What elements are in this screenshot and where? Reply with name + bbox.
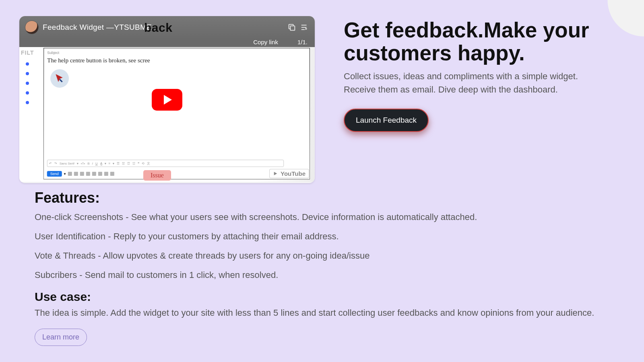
compose-toolbar: ↶↷Sans Serif▾•T•BIUA̲▾≡▾☰☱☲☳❝⟲文: [47, 160, 284, 167]
usecase-heading: Use case:: [35, 290, 609, 304]
subject-label: Subject: [47, 51, 306, 55]
play-button-icon[interactable]: [152, 89, 182, 111]
video-thumbnail[interactable]: Feedback Widget —YTSUBME back Copy link …: [19, 16, 315, 183]
copy-link-label: Copy link: [253, 39, 278, 45]
launch-feedback-button[interactable]: Launch Feedback: [344, 109, 429, 132]
bullet-icon: [26, 72, 29, 75]
copy-icon: [287, 23, 296, 32]
svg-rect-0: [290, 26, 295, 30]
youtube-label: YouTube: [281, 170, 305, 177]
hero-description: Collect issues, ideas and compliments wi…: [344, 70, 609, 96]
compose-message: The help centre button is broken, see sc…: [47, 57, 306, 64]
lower-section: Features: One-click Screenshots - See wh…: [0, 183, 644, 346]
compose-panel: Subject The help centre button is broken…: [43, 48, 310, 179]
features-heading: Features:: [35, 189, 609, 206]
issue-chip: Issue: [143, 170, 171, 181]
hero-title: Get feedback.Make your customers happy.: [344, 19, 609, 64]
video-subheader: Copy link 1/1.: [19, 39, 315, 47]
video-body: FILT Subject The help centre button is b…: [19, 47, 315, 182]
pager-label: 1/1.: [297, 39, 308, 45]
filter-label: FILT: [21, 49, 42, 56]
compose-send-row: Send ▾: [47, 171, 307, 177]
cursor-icon: [50, 69, 69, 88]
youtube-badge: YouTube: [269, 169, 309, 178]
corner-decoration: [596, 0, 644, 48]
overlay-title: back: [144, 21, 172, 35]
svg-rect-2: [301, 27, 307, 28]
feature-item: One-click Screenshots - See what your us…: [35, 212, 609, 222]
playlist-icon: [300, 23, 309, 32]
bullet-icon: [26, 62, 29, 66]
feature-item: User Identification - Reply to your cust…: [35, 231, 609, 242]
bullet-icon: [26, 101, 29, 104]
feature-item: Vote & Threads - Allow upvotes & create …: [35, 251, 609, 261]
feature-item: Subcribers - Send mail to customers in 1…: [35, 270, 609, 280]
bullet-icon: [26, 82, 29, 85]
channel-avatar: [25, 21, 39, 34]
svg-rect-3: [301, 29, 305, 30]
hero-text: Get feedback.Make your customers happy. …: [344, 16, 625, 183]
send-button: Send: [47, 171, 62, 177]
video-header: Feedback Widget —YTSUBME back: [19, 16, 315, 39]
video-sidebar: FILT: [19, 47, 43, 182]
learn-more-button[interactable]: Learn more: [35, 329, 87, 346]
bullet-icon: [26, 91, 29, 95]
svg-rect-1: [301, 25, 307, 26]
usecase-text: The idea is simple. Add the widget to yo…: [35, 308, 609, 318]
